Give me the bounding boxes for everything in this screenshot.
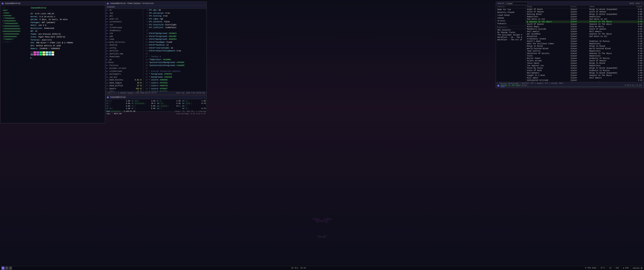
mp-progress-bar[interactable] — [500, 86, 642, 87]
fm-item-pki[interactable]: ▶.pki — [106, 15, 143, 18]
mp-track-wpb[interactable]: World Painted BloodSlayerWorld Painted B… — [526, 47, 644, 50]
mp-progress-fill — [500, 86, 505, 87]
mp-tracklist: Songs Artist Album Length Angel Of Death… — [526, 6, 644, 82]
mp-searchbar: Search Help Type ? — [496, 2, 644, 6]
fm-item-config[interactable]: ▶.config — [106, 47, 143, 50]
mp-track-bitter[interactable]: Bitter PeaceSlayerDiabolus In Musica3:26 — [526, 57, 644, 60]
mp-lib-recently-played[interactable]: Recently Played — [496, 11, 526, 14]
htop-titlebar: lepepe@desktop — [106, 95, 206, 99]
fm-item-go[interactable]: ▶.go — [106, 58, 143, 61]
mp-track-hell-awaits[interactable]: Hell AwaitsSlayerHell Awaits6:13 — [526, 30, 644, 33]
mp-track-vices[interactable]: VicesSlayerRepentless3:32 — [526, 55, 644, 57]
mp-playlist-90s[interactable]: 90s Acoustic — [496, 29, 526, 31]
mp-track-raining[interactable]: Raining BloodSlayerReign In Blood (Expan… — [526, 13, 644, 16]
fm-item-stinker2[interactable]: ▶.stinkerswim — [106, 70, 143, 73]
svg-point-1 — [321, 237, 323, 238]
mp-track-caught[interactable]: Caught In A MoshSlayerSeasons In The Aby… — [526, 74, 644, 77]
mp-track-angel[interactable]: Angel Of DeathSlayerReign In Blood (Expa… — [526, 8, 644, 11]
mp-track-undisputed[interactable]: Undisputed AttitudeSlayer3:16 — [526, 79, 644, 82]
fm-item-polybar[interactable]: ▶.polybar-scripts — [106, 67, 143, 70]
svg-point-0 — [320, 220, 324, 222]
mp-track-you-against[interactable]: You Against YouSlayerRepentless3:32 — [526, 65, 644, 67]
fm-item-pictures[interactable]: ▶.Pictures — [106, 64, 143, 67]
fm-item-downloads[interactable]: ▶.Downloads — [106, 55, 143, 58]
bat-decoration — [311, 216, 333, 240]
fm-item-zoom[interactable]: ▶.zoom — [106, 38, 143, 41]
mem-usage: 10% — [616, 267, 619, 269]
mp-playlist-shazam[interactable]: My Shazam Tracks — [496, 31, 526, 34]
mp-track-flesh[interactable]: Flesh StormSlayerChrist Illusion4:14 — [526, 82, 644, 82]
taskbar-systray: ▼ VPN down | 37°C | 1% | 10% | ▲ 55% | A… — [585, 267, 642, 269]
mp-track-stillness[interactable]: When The Stillness ComesSlayerRepentless… — [526, 43, 644, 45]
fm-item-thumb[interactable]: ▶.thumbnails — [106, 29, 143, 32]
workspace-1[interactable]: 1 — [2, 267, 4, 270]
mp-track-deaths-head[interactable]: Death's HeadSlayerDiabolus In Musica2:29 — [526, 40, 644, 43]
power-icon[interactable]: Abocha ⏻ — [633, 267, 642, 269]
mp-track-reign-blood[interactable]: Reign In BloodSlayerReign In Blood2:27 — [526, 45, 644, 47]
fm-item-pvpn[interactable]: ▶.pvpn-cli — [106, 18, 143, 21]
mp-lib-albums[interactable]: Albums — [496, 17, 526, 20]
neofetch-info: lepepe@desktop -------------------- OS: … — [30, 7, 73, 122]
xresources-content[interactable]: 1Xft.dpi:96 2Xft.antialias:true 3Xft.hin… — [143, 9, 206, 91]
cpu-usage: 1% — [609, 267, 612, 269]
titlebar-icon — [2, 3, 4, 5]
mp-track-bloodline[interactable]: BloodlineSlayerGod Hates Us All3:36 — [526, 35, 644, 38]
mp-track-piece[interactable]: Piece By PieceSlayerReign In Blood (Expa… — [526, 67, 644, 69]
mp-track-seasons[interactable]: ▶ Seasons In The AbyssSlayerSeasons In T… — [526, 21, 644, 23]
mp-playlist-hardfloor1[interactable]: Hardfloor - 20 - Two D — [496, 36, 526, 39]
workspace-3[interactable]: 3 — [9, 267, 12, 270]
fm-xresources-title: lepepe@desktop /home/lepepe/.Xresources — [110, 3, 154, 5]
fm-item-yay[interactable]: ▶.yay-git — [106, 76, 143, 79]
mp-track-skeletons[interactable]: Skeletons Of SocietySlayerSeasons In The… — [526, 52, 644, 55]
mp-track-south-seasons[interactable]: South Of HeavenSlayerSeasons In The Abys… — [526, 23, 644, 26]
mp-search-input[interactable] — [505, 2, 528, 5]
mp-track-mandatory[interactable]: Mandatory SuicideSlayerSouth Of Heaven4:… — [526, 28, 644, 30]
mp-track-stain[interactable]: Stain Of MindSlayerDiabolus In Musica3:0… — [526, 69, 644, 72]
mp-lib-liked[interactable]: Liked Songs — [496, 14, 526, 17]
fm-item-dotfiles[interactable]: ▶.dotfiles — [106, 50, 143, 53]
mp-track-header: Songs Artist Album Length — [526, 6, 644, 8]
fm-xresources-window: lepepe@desktop /home/lepepe/.Xresources … — [106, 2, 207, 94]
fm-item-cache[interactable]: ▶cache_directory — [106, 41, 143, 44]
mp-tracks-scroll[interactable]: Angel Of DeathSlayerReign In Blood (Expa… — [526, 8, 644, 82]
fm-item-vim[interactable]: ▶.vim — [106, 32, 143, 35]
fm-left-pane[interactable]: ▶.mv ▶.nom ▶.pki ▶.pvpn-cli ▶.screenshot… — [106, 9, 143, 91]
fm-item-stinker[interactable]: ▶.stinkerswim — [106, 26, 143, 29]
mp-track-south-heaven[interactable]: South Of HeavenSlayerSouth Of Heaven4:56 — [526, 11, 644, 13]
mp-track-god-hates[interactable]: God Hates Us AllSlayerGod Hates Us All3:… — [526, 18, 644, 21]
fm-item-music[interactable]: ▶Music — [106, 61, 143, 64]
fm-item-ssh[interactable]: ▶.ssh — [106, 24, 143, 27]
mp-track-necrophobic[interactable]: NecrophobicSlayerReign In Blood (Expande… — [526, 72, 644, 74]
mp-track-criminally[interactable]: Criminally InsaneSlayer2:24 — [526, 38, 644, 40]
mp-track-silent[interactable]: Silent ScreamSlayerSouth Of Heaven3:06 — [526, 60, 644, 62]
volume: ▲ 55% — [623, 267, 629, 269]
fm-item-bash-logout[interactable]: p.bash_logout18 B — [106, 82, 143, 85]
fm-item-screenshots[interactable]: ▶.screenshots — [106, 21, 143, 24]
mp-track-repentless[interactable]: RepentlessSlayerRepentless3:19 — [526, 16, 644, 18]
workspace-2[interactable]: 2 — [5, 267, 8, 270]
mp-lib-made-for-you[interactable]: Made For You — [496, 8, 526, 11]
fm-item-bash-history[interactable]: p.bash_history5.61 K — [106, 79, 143, 82]
fm-item-w3m[interactable]: ▶.w3m — [106, 35, 143, 38]
mp-track-jesus[interactable]: Jesus SavesSlayerReign In Blood2:54 — [526, 62, 644, 65]
mp-track-war-ensemble[interactable]: War EnsembleSlayerSeasons In The Abyss4:… — [526, 33, 644, 35]
mp-track-black-magic[interactable]: Black MagicSlayerShow No Mercy4:03 — [526, 26, 644, 28]
fm-path-bar: ■ lepepe — [106, 6, 206, 9]
mp-lib-podcasts[interactable]: Podcasts — [496, 22, 526, 25]
cpu-temp: 37°C — [600, 267, 605, 269]
terminal-neofetch-titlebar: lepepe@desktop — [0, 2, 105, 6]
taskbar-workspaces: 1 2 3 — [2, 267, 12, 270]
mp-track-take-control[interactable]: Take ControlSlayerRepentless4:10 — [526, 50, 644, 52]
fm-item-bashrc[interactable]: p.bashrc553 B — [106, 87, 143, 90]
fm-item-wallpapers[interactable]: ▶.wallpapers — [106, 73, 143, 76]
fm-item-bash-profile[interactable]: p.bash_profile57 B — [106, 84, 143, 87]
mp-lib-artists[interactable]: Artists — [496, 20, 526, 22]
fm-item-nom[interactable]: ▶.nom — [106, 12, 143, 15]
fm-item-dotfiles-tmp[interactable]: ▶.dotfiles-tmp — [106, 53, 143, 56]
mp-playlist-hardfloor2[interactable]: Hardfloor - The Art of — [496, 39, 526, 41]
fm-item-derc[interactable]: o.derc21 B — [106, 90, 143, 91]
fm-item-mv[interactable]: ▶.mv — [106, 9, 143, 12]
fm-item-desktop[interactable]: ▶.Desktop — [106, 44, 143, 47]
mp-playlist-dillinger[interactable]: The Dillinger Escape P — [496, 34, 526, 36]
mp-track-kill-again[interactable]: Kill AgainSlayerHell Awaits4:56 — [526, 77, 644, 79]
